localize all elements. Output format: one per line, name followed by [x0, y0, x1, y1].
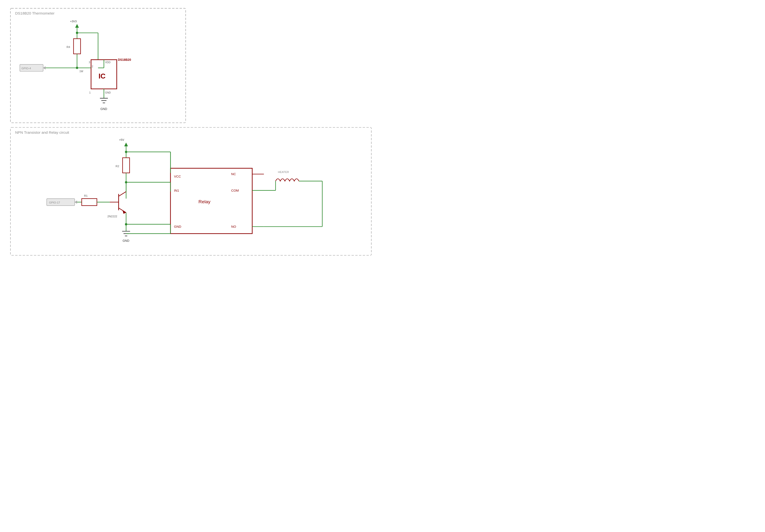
top-gnd: GND: [100, 107, 107, 111]
svg-text:1: 1: [89, 91, 91, 94]
bottom-section-title: NPN Transistor and Relay circuit: [15, 130, 69, 134]
relay-in1: IN1: [174, 189, 179, 192]
r1-label: R1: [84, 194, 88, 197]
ds18b20-name: DS18B20: [118, 58, 131, 62]
power-5v: +5V: [119, 138, 124, 141]
r2-label: R2: [116, 165, 119, 168]
svg-text:1W: 1W: [79, 70, 83, 73]
page: DS18B20 Thermometer +3V3 R4 IC DS18B: [0, 0, 382, 266]
r4-label2: R4: [66, 46, 70, 49]
heater-label: HEATER: [278, 170, 289, 173]
relay-com: COM: [231, 189, 239, 192]
svg-line-56: [119, 192, 126, 196]
top-section-title2: DS18B20 Thermometer: [15, 11, 54, 15]
heater-coil: [276, 179, 299, 181]
relay-no: NO: [231, 225, 236, 228]
relay-label: Relay: [199, 199, 211, 204]
relay-box: [170, 168, 252, 233]
svg-text:3: 3: [89, 61, 90, 64]
relay-vcc: VCC: [174, 175, 181, 178]
schematic-area: DS18B20 Thermometer +3V3 R4 IC DS18B: [5, 5, 378, 261]
svg-marker-44: [124, 143, 128, 146]
svg-text:2: 2: [92, 65, 93, 68]
svg-text:VDD: VDD: [105, 61, 111, 64]
relay-gnd: GND: [174, 225, 181, 228]
gpio17: GPIO-17: [49, 201, 60, 204]
svg-rect-69: [82, 199, 97, 206]
svg-text:GND: GND: [105, 91, 111, 94]
svg-rect-50: [123, 158, 130, 173]
svg-marker-71: [75, 200, 77, 203]
gpio4: GPIO-4: [21, 67, 31, 70]
svg-rect-24: [73, 39, 81, 54]
ic-text: IC: [98, 72, 105, 80]
transistor-label: 2N2222: [107, 215, 117, 218]
power-3v3: +3V3: [70, 20, 77, 23]
bottom-gnd: GND: [123, 239, 129, 242]
relay-nc: NC: [231, 172, 236, 176]
